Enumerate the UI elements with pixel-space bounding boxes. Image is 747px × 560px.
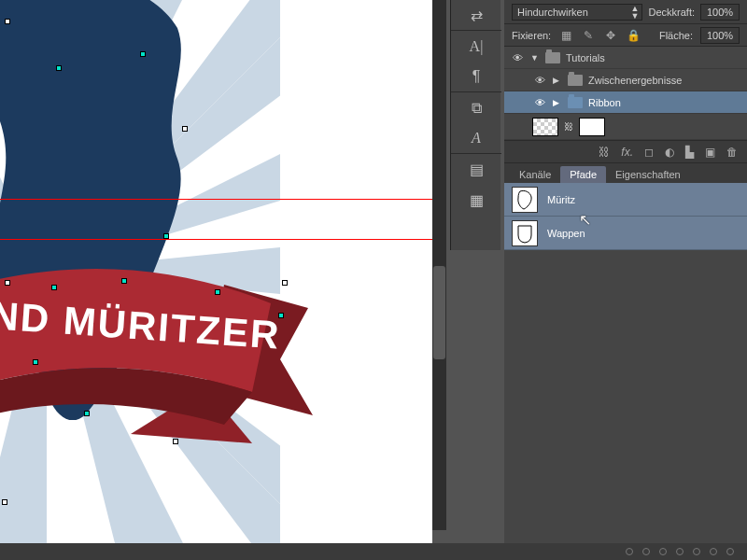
fill-label: Fläche: xyxy=(659,30,693,41)
collapsed-panel-dock: ⇄ A| ¶ ⧉ A ▤ ▦ xyxy=(450,0,500,250)
dropdown-arrows-icon: ▲▼ xyxy=(631,5,638,20)
disclosure-icon[interactable]: ▼ xyxy=(530,53,540,63)
notes-icon[interactable]: ▤ xyxy=(451,154,501,185)
status-dot-icon xyxy=(676,548,684,555)
adjustment-icon[interactable]: ◐ xyxy=(665,146,674,159)
layers-list: 👁 ▼ Tutorials 👁 ▶ Zwischenergebnisse 👁 ▶… xyxy=(504,47,747,140)
opacity-field[interactable]: 100% xyxy=(700,4,740,21)
swap-icon[interactable]: ⇄ xyxy=(451,0,501,31)
right-panel-column: Hindurchwirken ▲▼ Deckkraft: 100% Fixier… xyxy=(504,0,747,560)
paths-tab-bar: Kanäle Pfade Eigenschaften xyxy=(504,162,747,183)
vertical-scrollbar[interactable] xyxy=(432,0,446,530)
layer-name: Ribbon xyxy=(588,97,621,108)
visibility-icon[interactable]: 👁 xyxy=(532,75,547,86)
status-dot-icon xyxy=(726,548,734,555)
tab-paths[interactable]: Pfade xyxy=(560,166,606,183)
disclosure-icon[interactable]: ▶ xyxy=(553,98,562,107)
status-dot-icon xyxy=(659,548,667,555)
opacity-label: Deckkraft: xyxy=(648,7,695,18)
lock-transparency-icon[interactable]: ▦ xyxy=(558,28,573,43)
layer-row[interactable]: 👁 ▼ Tutorials xyxy=(504,47,747,69)
path-thumb xyxy=(512,187,538,213)
paragraph-icon[interactable]: ¶ xyxy=(451,62,501,92)
path-anchors[interactable] xyxy=(0,0,432,560)
character-icon[interactable]: A| xyxy=(451,31,501,62)
disclosure-icon[interactable]: ▶ xyxy=(553,76,562,85)
fx-icon[interactable]: fx. xyxy=(621,146,633,159)
status-dot-icon xyxy=(710,548,717,555)
document-canvas[interactable]: ND MÜRITZER xyxy=(0,0,432,560)
new-layer-icon[interactable]: ▣ xyxy=(705,146,715,159)
tab-properties[interactable]: Eigenschaften xyxy=(606,166,690,183)
layer-row[interactable]: ⛓ xyxy=(504,114,747,140)
lock-brush-icon[interactable]: ✎ xyxy=(581,28,596,43)
folder-icon xyxy=(545,52,560,63)
status-dot-icon xyxy=(693,548,700,555)
status-dot-icon xyxy=(626,548,633,555)
path-name: Wappen xyxy=(547,228,585,239)
lock-row: Fixieren: ▦ ✎ ✥ 🔒 Fläche: 100% xyxy=(504,24,747,47)
layer-thumb[interactable] xyxy=(532,118,558,136)
status-dot-icon xyxy=(642,548,650,555)
paths-list: Müritz Wappen xyxy=(504,183,747,250)
layer-name: Tutorials xyxy=(566,52,605,63)
fill-field[interactable]: 100% xyxy=(700,27,740,44)
status-bar xyxy=(0,543,747,560)
layers-footer: ⛓ fx. ◻ ◐ ▙ ▣ 🗑 xyxy=(504,140,747,162)
path-name: Müritz xyxy=(547,194,575,205)
warp-text-icon[interactable]: A xyxy=(451,123,501,154)
blend-mode-row: Hindurchwirken ▲▼ Deckkraft: 100% xyxy=(504,0,747,24)
link-layers-icon[interactable]: ⛓ xyxy=(599,146,610,159)
layer-row[interactable]: 👁 ▶ Ribbon xyxy=(504,91,747,114)
folder-icon xyxy=(568,75,583,86)
blend-mode-select[interactable]: Hindurchwirken ▲▼ xyxy=(512,4,642,21)
path-row[interactable]: Wappen xyxy=(504,217,747,250)
scrollbar-thumb[interactable] xyxy=(433,266,445,359)
folder-icon xyxy=(568,97,583,108)
path-thumb xyxy=(512,220,538,246)
mask-thumb[interactable] xyxy=(579,118,605,136)
layer-name: Zwischenergebnisse xyxy=(588,75,682,86)
tab-channels[interactable]: Kanäle xyxy=(510,166,560,183)
layer-row[interactable]: 👁 ▶ Zwischenergebnisse xyxy=(504,69,747,91)
lock-all-icon[interactable]: 🔒 xyxy=(626,28,641,43)
clone-icon[interactable]: ⧉ xyxy=(451,92,501,123)
lock-move-icon[interactable]: ✥ xyxy=(603,28,618,43)
visibility-icon[interactable]: 👁 xyxy=(510,52,525,63)
new-group-icon[interactable]: ▙ xyxy=(685,146,694,159)
trash-icon[interactable]: 🗑 xyxy=(726,146,738,159)
link-mask-icon[interactable]: ⛓ xyxy=(564,121,573,132)
lock-label: Fixieren: xyxy=(512,30,551,41)
blend-mode-value: Hindurchwirken xyxy=(517,7,588,18)
path-row[interactable]: Müritz xyxy=(504,183,747,217)
add-mask-icon[interactable]: ◻ xyxy=(644,146,654,159)
visibility-icon[interactable]: 👁 xyxy=(532,97,547,108)
guides-icon[interactable]: ▦ xyxy=(451,185,501,216)
